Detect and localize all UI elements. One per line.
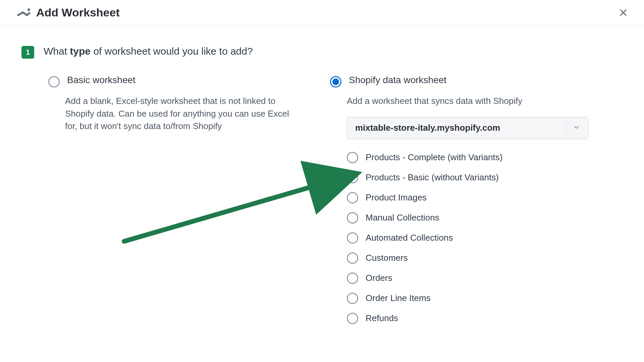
option-manual-collections[interactable]: Manual Collections	[347, 212, 592, 224]
step-question: What type of worksheet would you like to…	[44, 46, 253, 57]
radio-refunds[interactable]	[347, 313, 358, 324]
step-number-badge: 1	[21, 46, 34, 59]
radio-customers[interactable]	[347, 252, 358, 264]
dropdown-divider	[566, 122, 567, 134]
basic-worksheet-description: Add a blank, Excel-style worksheet that …	[65, 95, 293, 133]
dialog-header: Add Worksheet ✕	[0, 0, 644, 25]
data-type-options: Products - Complete (with Variants) Prod…	[347, 152, 592, 324]
radio-manual-collections[interactable]	[347, 212, 358, 224]
chevron-down-icon	[573, 124, 580, 132]
option-customers[interactable]: Customers	[347, 252, 592, 264]
radio-basic-worksheet[interactable]	[48, 76, 60, 87]
worksheet-add-icon	[17, 8, 30, 18]
radio-products-complete[interactable]	[347, 152, 358, 163]
radio-product-images[interactable]	[347, 192, 358, 203]
close-icon[interactable]: ✕	[619, 7, 628, 18]
option-shopify-worksheet: Shopify data worksheet Add a worksheet t…	[330, 75, 592, 333]
radio-products-basic[interactable]	[347, 172, 358, 183]
dialog-title: Add Worksheet	[36, 6, 619, 19]
radio-shopify-worksheet[interactable]	[330, 76, 341, 87]
radio-shopify-worksheet-label: Shopify data worksheet	[349, 75, 446, 85]
radio-order-line-items[interactable]	[347, 293, 358, 304]
option-basic-worksheet: Basic worksheet Add a blank, Excel-style…	[48, 75, 310, 333]
option-products-basic[interactable]: Products - Basic (without Variants)	[347, 172, 592, 183]
store-selector[interactable]: mixtable-store-italy.myshopify.com	[347, 117, 588, 139]
option-orders[interactable]: Orders	[347, 273, 592, 284]
store-selector-value: mixtable-store-italy.myshopify.com	[355, 123, 560, 133]
option-products-complete[interactable]: Products - Complete (with Variants)	[347, 152, 592, 163]
shopify-worksheet-description: Add a worksheet that syncs data with Sho…	[347, 95, 575, 108]
option-product-images[interactable]: Product Images	[347, 192, 592, 203]
option-refunds[interactable]: Refunds	[347, 313, 592, 324]
radio-orders[interactable]	[347, 273, 358, 284]
radio-basic-worksheet-label: Basic worksheet	[67, 75, 136, 85]
option-automated-collections[interactable]: Automated Collections	[347, 232, 592, 244]
option-order-line-items[interactable]: Order Line Items	[347, 293, 592, 304]
radio-automated-collections[interactable]	[347, 232, 358, 244]
dialog-body: 1 What type of worksheet would you like …	[0, 25, 644, 333]
